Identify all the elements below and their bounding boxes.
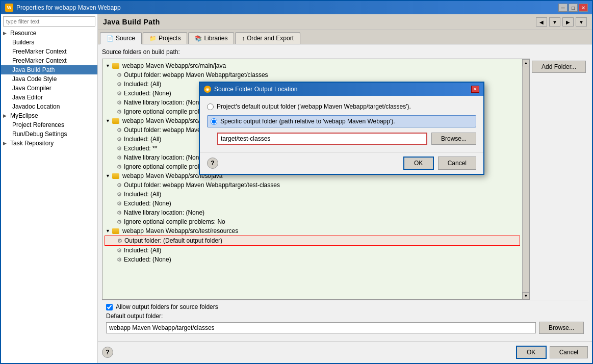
prop-icon: ⚙ bbox=[117, 219, 122, 225]
sidebar-item-project-references[interactable]: Project References bbox=[1, 120, 97, 129]
allow-output-row: Allow output folders for source folders bbox=[106, 303, 584, 310]
sidebar-item-label: Run/Debug Settings bbox=[12, 131, 67, 138]
title-bar-left: W Properties for webapp Maven Webapp bbox=[5, 4, 121, 12]
nav-dropdown-button[interactable]: ▼ bbox=[549, 17, 560, 27]
source-prop-3-3: ⚙ Excluded: (None) bbox=[105, 199, 520, 208]
title-buttons: ─ □ ✕ bbox=[558, 4, 588, 12]
scroll-down-button[interactable]: ▼ bbox=[522, 292, 529, 299]
sidebar-tree: ▶ Resource Builders FreeMarker Context F… bbox=[1, 29, 97, 363]
radio-row-1: Project's default output folder ('webapp… bbox=[207, 103, 476, 110]
source-prop-3-4: ⚙ Native library location: (None) bbox=[105, 208, 520, 217]
expand-arrow: ▶ bbox=[3, 141, 8, 146]
prop-icon: ⚙ bbox=[117, 145, 122, 152]
source-tab-icon: 📄 bbox=[107, 35, 114, 42]
prop-icon: ⚙ bbox=[117, 164, 122, 170]
panel-nav: ◀ ▼ ▶ ▼ bbox=[536, 17, 587, 27]
prop-label: Output folder: webapp Maven Webapp/targe… bbox=[124, 181, 280, 189]
prop-icon: ⚙ bbox=[117, 247, 122, 254]
sidebar-item-label: MyEclipse bbox=[10, 112, 38, 119]
cancel-button[interactable]: Cancel bbox=[550, 346, 588, 358]
source-folder-4[interactable]: ▼ webapp Maven Webapp/src/test/resources bbox=[105, 226, 520, 236]
sidebar-item-resource[interactable]: ▶ Resource bbox=[1, 29, 97, 38]
sidebar-item-label: Task Repository bbox=[10, 140, 54, 147]
dialog-help-button[interactable]: ? bbox=[207, 158, 218, 169]
prop-icon: ⚙ bbox=[117, 200, 122, 207]
filter-input[interactable] bbox=[3, 16, 95, 27]
minimize-button[interactable]: ─ bbox=[558, 4, 568, 12]
sidebar-item-freemarker1[interactable]: FreeMarker Context bbox=[1, 47, 97, 56]
sidebar-item-label: Java Code Style bbox=[12, 75, 57, 83]
dialog-action-buttons: OK Cancel bbox=[403, 157, 476, 170]
nav-forward-button[interactable]: ▶ bbox=[562, 17, 574, 27]
tree-scrollbar[interactable]: ▲ ▼ bbox=[522, 59, 529, 299]
help-button[interactable]: ? bbox=[102, 347, 113, 358]
radio-specific-output[interactable] bbox=[211, 118, 217, 125]
tab-libraries[interactable]: 📚 Libraries bbox=[188, 32, 234, 44]
collapse-arrow: ▼ bbox=[106, 173, 110, 178]
panel-title: Java Build Path bbox=[103, 18, 160, 26]
sidebar-item-run-debug[interactable]: Run/Debug Settings bbox=[1, 129, 97, 139]
radio-default-output[interactable] bbox=[207, 103, 214, 110]
sidebar-item-java-editor[interactable]: Java Editor bbox=[1, 93, 97, 102]
default-output-input[interactable] bbox=[106, 322, 536, 333]
prop-icon: ⚙ bbox=[117, 136, 122, 143]
sidebar-item-myeclipse[interactable]: ▶ MyEclipse bbox=[1, 111, 97, 120]
prop-icon: ⚙ bbox=[117, 238, 122, 244]
nav-back-button[interactable]: ◀ bbox=[536, 17, 547, 27]
dialog-ok-button[interactable]: OK bbox=[403, 157, 434, 170]
sidebar-item-freemarker2[interactable]: FreeMarker Context bbox=[1, 56, 97, 65]
prop-icon: ⚙ bbox=[117, 210, 122, 216]
allow-output-checkbox[interactable] bbox=[106, 304, 113, 310]
sidebar-item-task-repository[interactable]: ▶ Task Repository bbox=[1, 139, 97, 148]
tab-order-export[interactable]: ↕ Order and Export bbox=[235, 32, 300, 44]
scroll-up-button[interactable]: ▲ bbox=[522, 59, 529, 66]
dialog-title-bar: ◉ Source Folder Output Location ✕ bbox=[200, 83, 483, 96]
tab-projects[interactable]: 📁 Projects bbox=[143, 32, 187, 44]
source-folder-1[interactable]: ▼ webapp Maven Webapp/src/main/java bbox=[105, 61, 520, 70]
close-button[interactable]: ✕ bbox=[579, 4, 588, 12]
sidebar-item-java-build-path[interactable]: Java Build Path bbox=[1, 65, 97, 74]
prop-icon: ⚙ bbox=[117, 182, 122, 189]
prop-icon: ⚙ bbox=[117, 99, 122, 106]
sidebar-item-builders[interactable]: Builders bbox=[1, 38, 97, 47]
prop-label: Included: (All) bbox=[124, 191, 161, 198]
main-panel: Java Build Path ◀ ▼ ▶ ▼ 📄 Source 📁 Proje… bbox=[98, 14, 592, 363]
prop-icon: ⚙ bbox=[117, 90, 122, 97]
maximize-button[interactable]: □ bbox=[569, 4, 578, 12]
bottom-browse-button[interactable]: Browse... bbox=[539, 322, 584, 334]
tab-source[interactable]: 📄 Source bbox=[100, 32, 142, 44]
dialog-body: Project's default output folder ('webapp… bbox=[200, 96, 483, 152]
prop-label: Native library location: (None) bbox=[124, 154, 204, 161]
sidebar-item-javadoc[interactable]: Javadoc Location bbox=[1, 102, 97, 111]
dialog-close-button[interactable]: ✕ bbox=[471, 86, 479, 93]
ok-button[interactable]: OK bbox=[516, 346, 547, 359]
tabs-bar: 📄 Source 📁 Projects 📚 Libraries ↕ Order … bbox=[98, 30, 592, 44]
sidebar-item-label: Resource bbox=[10, 30, 36, 37]
prop-icon: ⚙ bbox=[117, 256, 122, 263]
window-title: Properties for webapp Maven Webapp bbox=[16, 4, 121, 11]
dialog-footer-row: ? OK Cancel bbox=[200, 152, 483, 174]
right-buttons-panel: Add Folder... bbox=[530, 59, 588, 300]
scroll-track[interactable] bbox=[523, 66, 529, 292]
sidebar-item-java-compiler[interactable]: Java Compiler bbox=[1, 84, 97, 93]
source-prop-3-2: ⚙ Included: (All) bbox=[105, 190, 520, 199]
prop-label: Included: (All) bbox=[124, 81, 161, 88]
prop-label: Excluded: (None) bbox=[124, 90, 171, 97]
dialog-browse-button[interactable]: Browse... bbox=[431, 133, 476, 145]
prop-label: Output folder: (Default output folder) bbox=[124, 237, 222, 244]
tab-projects-label: Projects bbox=[159, 35, 181, 42]
path-input[interactable] bbox=[217, 133, 427, 145]
prop-label: Ignore optional compile problems: No bbox=[124, 218, 225, 225]
collapse-arrow: ▼ bbox=[106, 118, 110, 123]
add-folder-button[interactable]: Add Folder... bbox=[532, 61, 586, 73]
source-folder-dialog: ◉ Source Folder Output Location ✕ Projec… bbox=[199, 82, 484, 175]
sidebar-item-java-code-style[interactable]: Java Code Style bbox=[1, 74, 97, 84]
nav-dropdown2-button[interactable]: ▼ bbox=[576, 17, 587, 27]
prop-label: Native library location: (None) bbox=[124, 99, 204, 106]
allow-output-label: Allow output folders for source folders bbox=[116, 303, 218, 310]
dialog-title: Source Folder Output Location bbox=[214, 86, 297, 93]
prop-label: Native library location: (None) bbox=[124, 209, 204, 216]
tab-order-label: Order and Export bbox=[247, 35, 294, 42]
dialog-cancel-button[interactable]: Cancel bbox=[438, 157, 476, 170]
sidebar-item-label: Java Compiler bbox=[12, 85, 51, 92]
